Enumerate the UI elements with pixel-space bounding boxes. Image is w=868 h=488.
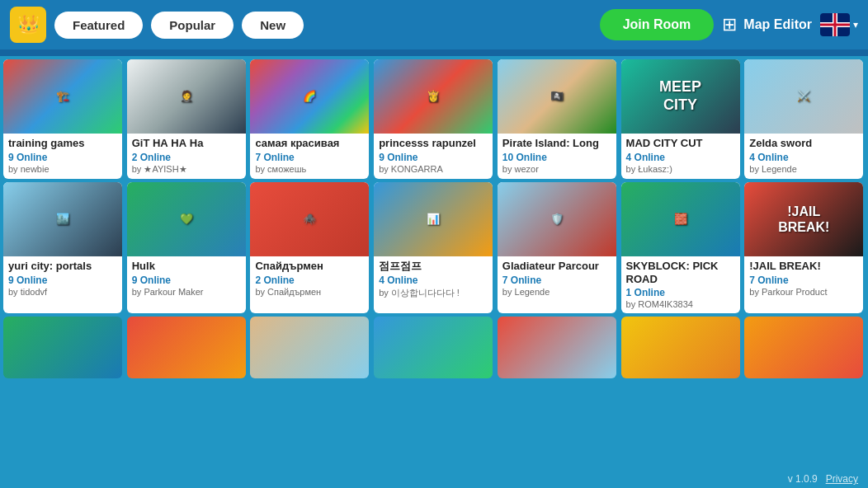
layers-icon: ⊞	[722, 14, 737, 35]
header: 👑 Featured Popular New Join Room ⊞ Map E…	[0, 0, 868, 49]
game-title: training games	[8, 137, 117, 150]
list-item[interactable]: 📊 점프점프 4 Online by 이상합니다다다 !	[374, 182, 493, 313]
game-online-count: 10 Online	[502, 152, 611, 163]
game-author: by KONGARRA	[379, 164, 488, 174]
game-author: by Спайдърмен	[255, 287, 364, 297]
list-item[interactable]	[3, 317, 122, 378]
game-title: SKYBLOCK: PICK ROAD	[626, 260, 735, 285]
game-title: Pirate Island: Long	[502, 137, 611, 150]
game-author: by tidodvf	[8, 287, 117, 297]
list-item[interactable]: 🏗️ training games 9 Online by newbie	[3, 59, 122, 179]
game-title: !JAIL BREAK!	[749, 260, 858, 273]
header-divider	[0, 49, 868, 56]
nav-new-button[interactable]: New	[242, 12, 304, 39]
game-online-count: 7 Online	[255, 152, 364, 163]
nav-popular-button[interactable]: Popular	[151, 12, 234, 39]
game-online-count: 9 Online	[8, 152, 117, 163]
game-online-count: 9 Online	[132, 274, 241, 286]
list-item[interactable]	[127, 317, 246, 378]
game-title: yuri city: portals	[8, 260, 117, 273]
game-author: by Parkour Maker	[132, 287, 241, 297]
list-item[interactable]: 🕷️ Спайдърмен 2 Online by Спайдърмен	[250, 182, 369, 313]
list-item[interactable]: ⚔️ Zelda sword 4 Online by Legende	[744, 59, 863, 179]
game-online-count: 7 Online	[749, 274, 858, 286]
map-editor-area[interactable]: ⊞ Map Editor	[722, 14, 812, 35]
game-online-count: 4 Online	[379, 274, 488, 286]
game-online-count: 2 Online	[255, 274, 364, 286]
game-title: самая красивая	[255, 137, 364, 150]
game-author: by сможешь	[255, 164, 364, 174]
game-author: by Legende	[502, 287, 611, 297]
list-item[interactable]	[621, 317, 740, 378]
game-title: Hulk	[132, 260, 241, 273]
game-author: by ROM4IK3834	[626, 299, 735, 309]
nav-featured-button[interactable]: Featured	[54, 12, 143, 39]
game-title: MAD CITY CUT	[626, 137, 735, 150]
game-title: 점프점프	[379, 260, 488, 273]
list-item[interactable]	[374, 317, 493, 378]
language-selector[interactable]: ▾	[820, 13, 858, 36]
game-author: by Parkour Product	[749, 287, 858, 297]
game-online-count: 7 Online	[502, 274, 611, 286]
uk-flag-icon	[820, 13, 850, 36]
game-grid: 🏗️ training games 9 Online by newbie 🤵 G…	[0, 56, 868, 382]
game-title: Zelda sword	[749, 137, 858, 150]
list-item[interactable]	[250, 317, 369, 378]
game-online-count: 2 Online	[132, 152, 241, 163]
list-item[interactable]	[744, 317, 863, 378]
game-title: princesss rapunzel	[379, 137, 488, 150]
game-title: GiT НА НА На	[132, 137, 241, 150]
join-room-button[interactable]: Join Room	[600, 9, 715, 40]
list-item[interactable]: 🏙️ yuri city: portals 9 Online by tidodv…	[3, 182, 122, 313]
list-item[interactable]: 💚 Hulk 9 Online by Parkour Maker	[127, 182, 246, 313]
game-author: by Łukasz:)	[626, 164, 735, 174]
privacy-link[interactable]: Privacy	[826, 473, 858, 485]
list-item[interactable]: 🌈 самая красивая 7 Online by сможешь	[250, 59, 369, 179]
game-author: by ★AYISH★	[132, 164, 241, 175]
list-item[interactable]: 🏴‍☠️ Pirate Island: Long 10 Online by we…	[498, 59, 616, 179]
list-item[interactable]: 🛡️ Gladiateur Parcour 7 Online by Legend…	[498, 182, 616, 313]
game-online-count: 4 Online	[749, 152, 858, 163]
game-author: by Legende	[749, 164, 858, 174]
game-online-count: 9 Online	[379, 152, 488, 163]
list-item[interactable]: 🤵 GiT НА НА На 2 Online by ★AYISH★	[127, 59, 246, 179]
crown-icon: 👑	[10, 7, 46, 43]
version-label: v 1.0.9	[788, 473, 818, 485]
game-author: by 이상합니다다다 !	[379, 287, 488, 299]
game-online-count: 4 Online	[626, 152, 735, 163]
game-online-count: 9 Online	[8, 274, 117, 286]
map-editor-label: Map Editor	[743, 17, 812, 32]
game-title: Gladiateur Parcour	[502, 260, 611, 273]
footer: v 1.0.9 Privacy	[778, 470, 868, 488]
list-item[interactable]: 🧱 SKYBLOCK: PICK ROAD 1 Online by ROM4IK…	[621, 182, 740, 313]
game-author: by newbie	[8, 164, 117, 174]
list-item[interactable]	[498, 317, 616, 378]
list-item[interactable]: 👸 princesss rapunzel 9 Online by KONGARR…	[374, 59, 493, 179]
game-title: Спайдърмен	[255, 260, 364, 273]
chevron-down-icon: ▾	[853, 19, 858, 30]
game-author: by wezor	[502, 164, 611, 174]
list-item[interactable]: !JAILBREAK! !JAIL BREAK! 7 Online by Par…	[744, 182, 863, 313]
game-online-count: 1 Online	[626, 287, 735, 298]
list-item[interactable]: MEEPCITY MAD CITY CUT 4 Online by Łukasz…	[621, 59, 740, 179]
